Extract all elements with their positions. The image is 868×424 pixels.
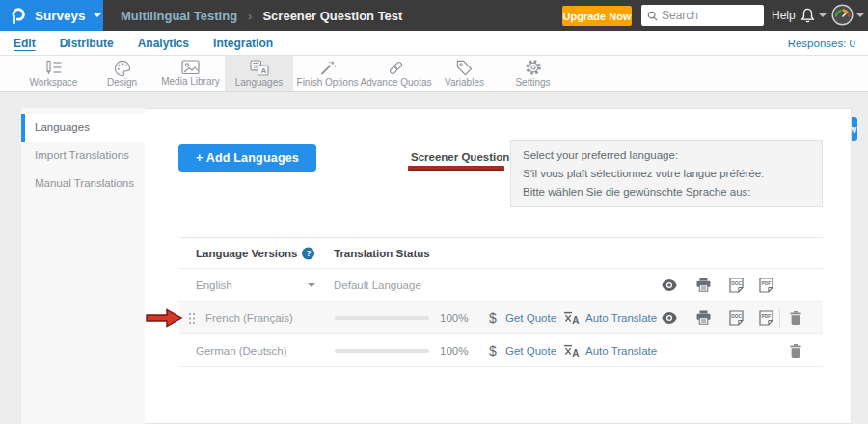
tag-icon (456, 60, 473, 76)
screener-line-german: Bitte wählen Sie die gewünschte Sprache … (523, 183, 810, 201)
toolbar-tab-label: Media Library (161, 76, 220, 87)
delete-icon[interactable] (790, 311, 801, 325)
edit-toolbar: Workspace Design Media Library (0, 56, 868, 92)
tab-analytics[interactable]: Analytics (138, 37, 189, 50)
divider (779, 309, 780, 327)
toolbar-tab-advance-quotas[interactable]: Advance Quotas (362, 56, 430, 91)
screener-question-label: Screener Question : (411, 151, 516, 163)
print-icon[interactable] (696, 278, 711, 292)
help-link[interactable]: Help (772, 0, 796, 31)
dollar-icon[interactable]: $ (489, 343, 497, 358)
tab-distribute[interactable]: Distribute (60, 37, 114, 50)
toolbar-tab-label: Design (107, 77, 137, 88)
screener-question-preview: Select your preferred language: S'il vou… (510, 140, 823, 207)
notifications-menu[interactable] (800, 8, 827, 23)
screener-line-english: Select your preferred language: (523, 146, 810, 165)
chevron-down-icon (856, 13, 864, 17)
column-language-versions: Language Versions ? (196, 247, 314, 259)
breadcrumb-survey-title[interactable]: Screener Question Test (262, 9, 402, 23)
sidebar-item-manual-translations[interactable]: Manual Translations (21, 170, 145, 198)
column-label: Language Versions (196, 248, 297, 259)
toolbar-tab-design[interactable]: Design (88, 56, 156, 91)
breadcrumb-separator: › (248, 9, 252, 23)
account-menu[interactable] (831, 4, 864, 26)
tab-edit[interactable]: Edit (14, 37, 36, 50)
language-name[interactable]: English (196, 279, 232, 291)
sidebar-item-import-translations[interactable]: Import Translations (21, 142, 145, 170)
toolbar-tab-label: Advance Quotas (361, 77, 432, 88)
export-pdf-icon[interactable]: PDF (758, 310, 774, 326)
bell-icon (800, 8, 815, 23)
default-language-label: Default Language (334, 279, 421, 291)
toolbar-tab-media-library[interactable]: Media Library (156, 56, 225, 91)
export-doc-icon[interactable]: DOC (728, 310, 745, 326)
chain-icon (387, 60, 405, 76)
red-arrow-annotation (146, 307, 184, 329)
table-row-german: German (Deutsch) 100% $ Get Quote A Auto… (179, 334, 823, 367)
auto-translate-icon[interactable]: A (563, 344, 580, 358)
toolbar-tab-languages[interactable]: A Languages (225, 56, 293, 91)
export-doc-icon[interactable]: DOC (728, 278, 745, 293)
breadcrumb-folder[interactable]: Multilingual Testing (121, 9, 237, 23)
translation-percent: 100% (440, 345, 468, 357)
search-input[interactable] (662, 9, 758, 22)
chevron-down-icon (819, 13, 827, 17)
default-language-dropdown[interactable] (308, 283, 315, 287)
drag-handle-icon[interactable] (188, 312, 196, 325)
language-name: German (Deutsch) (196, 345, 287, 357)
svg-text:DOC: DOC (731, 281, 742, 286)
toolbar-tab-workspace[interactable]: Workspace (19, 56, 88, 91)
view-icon[interactable] (662, 312, 677, 324)
toolbar-tab-finish-options[interactable]: Finish Options (293, 56, 362, 91)
toolbar-tab-settings[interactable]: Settings (499, 56, 567, 91)
svg-text:A: A (260, 66, 266, 75)
toolbar-tab-label: Workspace (30, 77, 78, 88)
language-versions-table: Language Versions ? Translation Status E… (179, 237, 823, 367)
product-menu-label: Surveys (35, 9, 86, 23)
toolbar-tab-variables[interactable]: Variables (430, 56, 499, 91)
language-name: French (Français) (205, 312, 293, 324)
help-tooltip-icon[interactable]: ? (302, 247, 314, 259)
top-header: Surveys Multilingual Testing › Screener … (0, 0, 868, 31)
languages-panel: Languages Import Translations Manual Tra… (21, 108, 852, 424)
column-translation-status: Translation Status (334, 248, 430, 259)
get-quote-link[interactable]: Get Quote (505, 345, 556, 357)
breadcrumb: Multilingual Testing › Screener Question… (121, 0, 402, 31)
toolbar-tab-label: Variables (445, 77, 484, 88)
svg-text:PDF: PDF (762, 314, 772, 319)
table-row-english: English Default Language DOC (179, 269, 823, 302)
product-switcher[interactable]: Surveys (0, 0, 103, 31)
palette-icon (114, 60, 131, 76)
view-icon[interactable] (662, 279, 677, 291)
red-underline-annotation (408, 166, 504, 171)
print-icon[interactable] (696, 310, 711, 325)
svg-text:A: A (572, 315, 579, 325)
questionpro-logo-icon (10, 6, 26, 25)
export-pdf-icon[interactable]: PDF (758, 278, 774, 293)
delete-icon[interactable] (790, 344, 801, 358)
svg-text:PDF: PDF (762, 281, 772, 286)
auto-translate-icon[interactable]: A (563, 311, 580, 325)
search-icon (647, 11, 658, 21)
auto-translate-link[interactable]: Auto Translate (585, 345, 657, 357)
tab-integration[interactable]: Integration (213, 37, 273, 50)
dollar-icon[interactable]: $ (489, 310, 497, 326)
global-search[interactable] (641, 5, 764, 26)
chevron-down-icon (94, 13, 101, 17)
translation-progress-bar (335, 349, 429, 353)
nav-tabs: Edit Distribute Analytics Integration (14, 31, 273, 56)
toolbar-tab-label: Settings (515, 77, 550, 88)
translation-percent: 100% (440, 312, 468, 324)
add-languages-button[interactable]: + Add Languages (178, 144, 316, 172)
image-icon (181, 60, 200, 75)
avatar (831, 4, 854, 26)
wand-icon (319, 60, 337, 76)
gear-icon (525, 59, 542, 76)
get-quote-link[interactable]: Get Quote (505, 312, 556, 324)
screener-line-french: S'il vous plaît sélectionnez votre langu… (523, 165, 810, 183)
auto-translate-link[interactable]: Auto Translate (585, 312, 657, 324)
survey-section-nav: Edit Distribute Analytics Integration Re… (0, 31, 868, 56)
upgrade-now-button[interactable]: Upgrade Now (562, 6, 632, 26)
sidebar-item-languages[interactable]: Languages (21, 114, 145, 142)
responses-count[interactable]: Responses: 0 (788, 31, 855, 56)
